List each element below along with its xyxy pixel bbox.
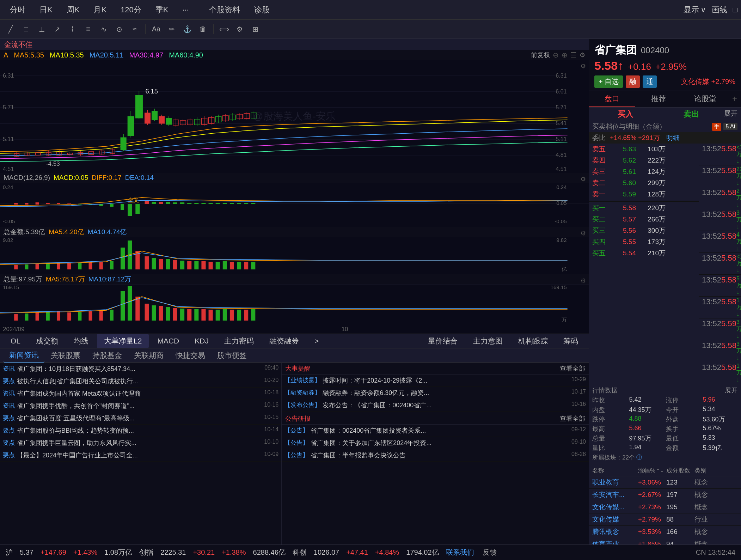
- news-item-2[interactable]: 资讯 省广集团成为国内首家 Meta双项认证代理商 10-18: [0, 388, 281, 400]
- tab-mainforce[interactable]: 主力密码: [217, 334, 261, 348]
- tab-discuss[interactable]: 论股堂: [682, 91, 728, 107]
- tab-ma[interactable]: 均线: [67, 334, 96, 348]
- sector-row[interactable]: 职业教育 +3.06% 123 概念: [589, 476, 741, 489]
- extend-tool[interactable]: ⟺: [218, 23, 231, 36]
- nav-item-120min[interactable]: 120分: [114, 2, 148, 17]
- news-item-5[interactable]: 要点 省广集团股价与BBI均线：趋势转变的预... 10-14: [0, 425, 281, 437]
- tab-macd[interactable]: MACD: [150, 335, 186, 347]
- tab-ol[interactable]: OL: [4, 335, 27, 347]
- news-item-6[interactable]: 要点 省广集团携手巨量云图，助力东风风行实... 10-10: [0, 437, 281, 449]
- zigzag-tool[interactable]: ≈: [128, 23, 141, 36]
- tab-trade[interactable]: 快捷交易: [170, 349, 211, 362]
- svg-rect-101: [209, 203, 213, 204]
- market-data-expand[interactable]: 展开: [725, 386, 737, 395]
- event-item-2[interactable]: 【发布公告】 发布公告：《省广集团：002400省广... 10-16: [282, 399, 589, 412]
- weibii-vol: +291万: [638, 133, 666, 142]
- tab-vol[interactable]: 成交额: [29, 334, 65, 348]
- report-item-1[interactable]: 【公告】 省广集团：关于参加广东辖区2024年投资... 09-10: [282, 437, 589, 449]
- tab-insttrack[interactable]: 机构跟踪: [511, 334, 555, 348]
- tab-funds[interactable]: 持股基金: [87, 349, 128, 362]
- sell-btn[interactable]: 卖出: [658, 109, 724, 120]
- nav-item-more[interactable]: ···: [176, 3, 195, 17]
- grid-tool[interactable]: ≡: [82, 23, 94, 36]
- event-item-0[interactable]: 【业绩披露】 披露时间：将于2024-10-29披露《2... 10-29: [282, 375, 589, 387]
- nav-item-daily[interactable]: 日K: [33, 2, 59, 17]
- svg-text:169.15: 169.15: [551, 284, 567, 290]
- ma20-value: MA20:5.11: [90, 51, 124, 59]
- macd-settings[interactable]: ⚙: [580, 174, 586, 183]
- nav-item-quarterly[interactable]: 季K: [149, 2, 175, 17]
- connect-us-link[interactable]: 联系我们: [446, 548, 474, 557]
- tab-futures[interactable]: 关联期商: [128, 349, 169, 362]
- expand-buysell[interactable]: 展开: [724, 109, 737, 120]
- nav-item-fenshi[interactable]: 分时: [4, 2, 32, 17]
- circle-tool[interactable]: ⊙: [113, 23, 125, 36]
- trade-row: 13:52 5.58 22万↓: [699, 165, 741, 187]
- tab-chips[interactable]: 筹码: [556, 334, 585, 348]
- news-item-7[interactable]: 要点 【最全】2024年中国广告行业上市公司全... 10-09: [0, 449, 281, 462]
- cross-tool[interactable]: ⊥: [35, 23, 48, 36]
- text-tool[interactable]: Aa: [150, 23, 163, 36]
- vol2-settings[interactable]: ⚙: [580, 276, 586, 285]
- candle-settings[interactable]: ⚙: [580, 61, 586, 71]
- sector-row[interactable]: 文化传媒 +2.79% 88 行业: [589, 513, 741, 526]
- tong-btn[interactable]: 通: [643, 75, 657, 88]
- tab-add[interactable]: +: [728, 91, 741, 107]
- rect-tool[interactable]: □: [20, 23, 32, 36]
- tab-volprice[interactable]: 量价结合: [421, 334, 465, 348]
- nav-item-weekly[interactable]: 周K: [60, 2, 86, 17]
- diff-value: DIFF:0.17: [92, 174, 121, 182]
- vol-settings[interactable]: ⚙: [580, 229, 586, 238]
- sector-row[interactable]: 文化传媒... +2.73% 195 概念: [589, 501, 741, 513]
- settings-tool[interactable]: ⚙: [233, 23, 246, 36]
- tab-bigorder[interactable]: 大单净量L2: [97, 334, 149, 348]
- tab-recommend[interactable]: 推荐: [635, 91, 682, 107]
- nav-item-diagnose[interactable]: 诊股: [248, 2, 276, 17]
- md-value: 44.35万: [629, 406, 664, 414]
- tab-notes[interactable]: 股市便签: [212, 349, 252, 362]
- wave-tool[interactable]: ∿: [97, 23, 110, 36]
- bar-tool[interactable]: ⌇: [66, 23, 79, 36]
- news-item-1[interactable]: 要点 被执行人信息|省广集团相关公司成被执行... 10-20: [0, 375, 281, 388]
- sector-row[interactable]: 长安汽车... +2.67% 197 概念: [589, 489, 741, 501]
- nav-item-stock-info[interactable]: 个股资料: [203, 2, 246, 17]
- tab-kdj[interactable]: KDJ: [188, 335, 216, 347]
- line-tool[interactable]: ╱: [4, 23, 17, 36]
- detail-link[interactable]: 明细: [666, 133, 687, 142]
- news-item-0[interactable]: 资讯 省广集团：10月18日获融资买入8547.34... 09:40: [0, 363, 281, 375]
- news-item-3[interactable]: 资讯 省广集团携手优酷，共创首个"封闭赛道"... 10-16: [0, 400, 281, 412]
- report-item-0[interactable]: 【公告】 省广集团：002400省广集团投资者关系... 09-12: [282, 425, 589, 437]
- sector-info-icon[interactable]: ⓘ: [636, 454, 642, 461]
- layers-tool[interactable]: ⊞: [249, 23, 262, 36]
- tab-margin[interactable]: 融资融券: [262, 334, 306, 348]
- restore-btn[interactable]: 前复权: [531, 51, 550, 59]
- tab-more[interactable]: >: [307, 335, 326, 347]
- candlestick-chart[interactable]: @股海美人鱼-安乐: [0, 60, 589, 173]
- buy-btn[interactable]: 买入: [592, 109, 658, 120]
- pencil-tool[interactable]: ✏: [165, 23, 178, 36]
- arrow-tool[interactable]: ↗: [51, 23, 63, 36]
- events-viewall[interactable]: 查看全部: [560, 364, 585, 373]
- report-item-2[interactable]: 【公告】 省广集团：半年报监事会决议公告 08-28: [282, 449, 589, 462]
- news-item-4[interactable]: 要点 省广集团获百度"五星级代理商"最高等级... 10-15: [0, 412, 281, 425]
- tab-pankou[interactable]: 盘口: [589, 91, 635, 107]
- display-btn[interactable]: 显示 ∨: [684, 5, 706, 15]
- tab-news[interactable]: 新闻资讯: [4, 348, 44, 363]
- rong-btn[interactable]: 融: [626, 75, 640, 88]
- ma-settings[interactable]: ⚙: [580, 51, 585, 59]
- nav-item-monthly[interactable]: 月K: [87, 2, 113, 17]
- feedback-link[interactable]: 反馈: [483, 548, 497, 557]
- vol2-svg: 169.15 169.15 万: [0, 284, 589, 323]
- anchor-tool[interactable]: ⚓: [181, 23, 194, 36]
- sector-row[interactable]: 体育产业 +1.85% 94 概念: [589, 538, 741, 544]
- tab-mainintent[interactable]: 主力意图: [466, 334, 510, 348]
- market-data-grid: 昨收5.42涨停5.96内盘44.35万今开5.34跌停4.88外盘53.60万…: [592, 396, 737, 452]
- add-watch-btn[interactable]: + 自选: [594, 75, 623, 88]
- draw-btn[interactable]: 画线: [712, 5, 727, 15]
- layout-btn[interactable]: □: [733, 5, 737, 14]
- tab-related[interactable]: 关联股票: [45, 349, 86, 362]
- delete-tool[interactable]: 🗑: [196, 23, 209, 36]
- reports-viewall[interactable]: 查看全部: [560, 414, 585, 423]
- sector-row[interactable]: 腾讯概念 +3.53% 166 概念: [589, 526, 741, 538]
- event-item-1[interactable]: 【融资融券】 融资融券：融资余额6.30亿元，融资... 10-17: [282, 387, 589, 399]
